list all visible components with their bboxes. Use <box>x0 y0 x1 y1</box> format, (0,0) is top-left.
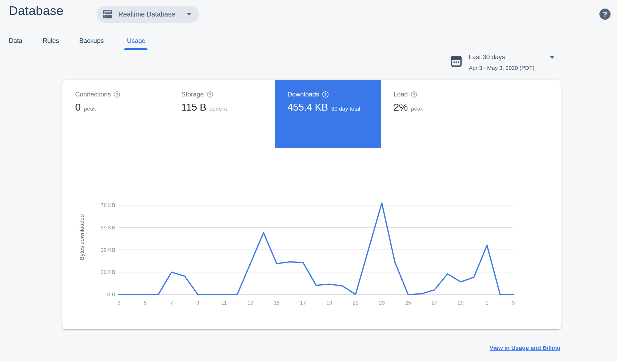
x-tick-label: 9 <box>196 300 199 306</box>
calendar-icon <box>451 55 462 68</box>
x-tick-label: 25 <box>405 300 411 306</box>
tabs-divider <box>8 50 608 50</box>
date-range-underline <box>468 63 561 63</box>
downloads-line-chart: 0 B20 KB39 KB59 KB78 KB35791113151719212… <box>62 80 561 329</box>
x-tick-label: 5 <box>144 300 147 306</box>
x-tick-label: 3 <box>512 300 515 306</box>
downloads-series-line <box>119 203 513 294</box>
date-range-detail: Apr 3 - May 3, 2020 (PDT) <box>469 65 534 71</box>
x-tick-label: 11 <box>221 300 227 306</box>
tab-usage[interactable]: Usage <box>127 37 145 45</box>
firebase-database-usage-page: Database Realtime Database ? Data Rules … <box>0 0 617 364</box>
y-tick-label: 39 KB <box>101 247 115 253</box>
y-tick-label: 78 KB <box>101 202 115 208</box>
help-button[interactable]: ? <box>599 9 611 20</box>
x-tick-label: 29 <box>458 300 464 306</box>
y-tick-label: 59 KB <box>101 225 115 230</box>
x-tick-label: 7 <box>170 300 173 306</box>
database-selector-label: Realtime Database <box>118 10 175 18</box>
y-tick-label: 0 B <box>107 292 115 297</box>
database-selector-dropdown[interactable]: Realtime Database <box>97 6 199 23</box>
view-usage-billing-link[interactable]: View in Usage and Billing <box>490 345 560 351</box>
realtime-database-icon <box>103 9 113 20</box>
x-tick-label: 19 <box>326 300 332 306</box>
usage-card: Connections ? 0 peak Storage ? 115 B cur… <box>62 80 561 329</box>
y-tick-label: 20 KB <box>101 269 115 275</box>
bottom-strip <box>0 361 617 364</box>
x-tick-label: 13 <box>247 300 253 306</box>
y-axis-title: Bytes downloaded <box>79 214 85 260</box>
x-tick-label: 17 <box>300 300 306 306</box>
question-mark-icon: ? <box>603 10 607 18</box>
chevron-down-icon <box>187 13 191 16</box>
x-tick-label: 15 <box>274 300 279 306</box>
date-range-caret-icon[interactable] <box>550 56 555 59</box>
x-tick-label: 27 <box>431 300 437 306</box>
x-tick-label: 3 <box>117 300 120 306</box>
page-title: Database <box>9 3 63 19</box>
x-tick-label: 23 <box>379 300 385 306</box>
date-range-dropdown[interactable]: Last 30 days <box>469 53 505 61</box>
x-tick-label: 21 <box>352 300 358 306</box>
tab-data[interactable]: Data <box>9 37 22 45</box>
tab-rules[interactable]: Rules <box>43 37 59 45</box>
x-tick-label: 1 <box>486 300 488 306</box>
tab-backups[interactable]: Backups <box>79 37 104 45</box>
